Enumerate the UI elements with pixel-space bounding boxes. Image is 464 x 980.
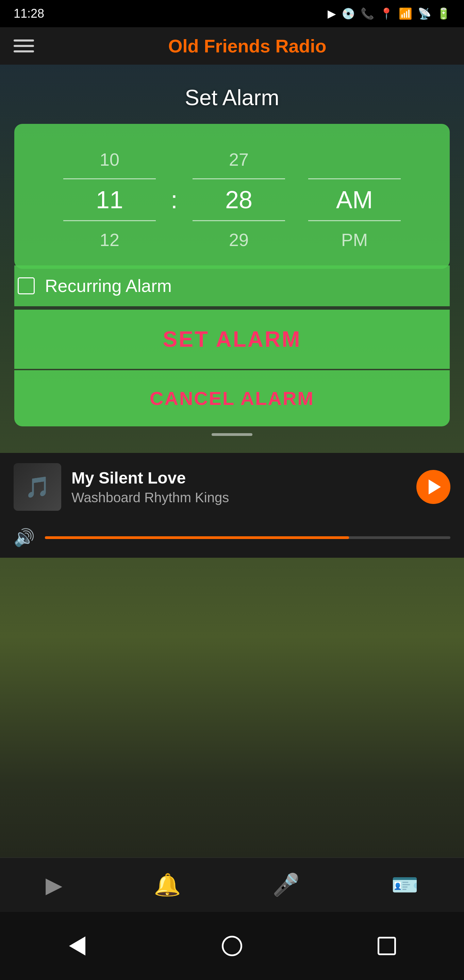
phone-icon: 📞 xyxy=(361,7,374,20)
now-playing-section: 🎵 My Silent Love Washboard Rhythm Kings xyxy=(0,453,464,521)
period-divider-top xyxy=(308,178,401,179)
period-below: PM xyxy=(341,224,368,255)
minute-divider-top xyxy=(192,178,285,179)
nav-mic-icon: 🎤 xyxy=(272,872,300,898)
system-home-button[interactable] xyxy=(218,932,246,959)
period-picker[interactable]: AM PM xyxy=(297,144,412,255)
album-art-inner: 🎵 xyxy=(14,463,61,511)
minute-selected[interactable]: 28 xyxy=(225,183,253,217)
status-icons: ▶ 💿 📞 📍 📶 📡 🔋 xyxy=(327,7,450,20)
recent-icon xyxy=(378,937,396,955)
track-info: My Silent Love Washboard Rhythm Kings xyxy=(72,469,406,505)
hamburger-menu-button[interactable] xyxy=(14,40,34,52)
page-title: Set Alarm xyxy=(185,85,279,110)
volume-section: 🔊 xyxy=(0,521,464,558)
wifi-icon: 📶 xyxy=(399,7,412,20)
status-bar: 11:28 ▶ 💿 📞 📍 📶 📡 🔋 xyxy=(0,0,464,27)
play-status-icon: ▶ xyxy=(327,7,336,20)
minute-picker[interactable]: 27 28 29 xyxy=(181,144,297,255)
home-icon xyxy=(222,936,242,956)
track-artist: Washboard Rhythm Kings xyxy=(72,490,406,505)
hour-divider-top xyxy=(63,178,156,179)
cancel-alarm-button[interactable]: CANCEL ALARM xyxy=(14,370,450,426)
status-time-section: 11:28 xyxy=(14,6,44,21)
play-triangle-icon xyxy=(429,479,441,495)
album-art-icon: 🎵 xyxy=(25,475,50,499)
system-nav-bar xyxy=(0,912,464,980)
period-divider-bottom xyxy=(308,220,401,221)
album-art: 🎵 xyxy=(14,463,61,511)
hour-picker[interactable]: 10 11 12 xyxy=(52,144,167,255)
hour-selected[interactable]: 11 xyxy=(96,183,123,217)
set-alarm-button[interactable]: SET ALARM xyxy=(14,310,450,369)
minute-above: 27 xyxy=(229,144,249,175)
minute-below: 29 xyxy=(229,224,249,255)
system-back-button[interactable] xyxy=(64,932,91,959)
nav-alarm-icon: 🔔 xyxy=(154,872,181,898)
hour-below: 12 xyxy=(100,224,119,255)
cd-icon: 💿 xyxy=(342,7,355,20)
volume-icon: 🔊 xyxy=(14,528,35,547)
toolbar: Old Friends Radio xyxy=(0,27,464,65)
status-time: 11:28 xyxy=(14,6,44,21)
battery-icon: 🔋 xyxy=(437,7,450,20)
nav-play-icon: ▶ xyxy=(46,872,62,898)
track-name: My Silent Love xyxy=(72,469,406,487)
alarm-panel: 10 11 12 : 27 28 29 AM xyxy=(14,124,450,269)
minute-divider-bottom xyxy=(192,220,285,221)
hour-above: 10 xyxy=(100,144,119,175)
period-selected[interactable]: AM xyxy=(336,183,373,217)
app-title: Old Friends Radio xyxy=(44,35,450,56)
recurring-section[interactable]: Recurring Alarm xyxy=(14,266,450,306)
back-icon xyxy=(69,937,86,956)
time-separator: : xyxy=(167,186,181,214)
recurring-checkbox[interactable] xyxy=(18,277,35,294)
recurring-label: Recurring Alarm xyxy=(45,275,172,296)
volume-fill xyxy=(45,536,349,539)
play-button[interactable] xyxy=(416,470,450,504)
time-picker[interactable]: 10 11 12 : 27 28 29 AM xyxy=(28,137,436,262)
bottom-navigation: ▶ 🔔 🎤 🪪 xyxy=(0,858,464,912)
nav-play[interactable]: ▶ xyxy=(35,869,73,901)
volume-track[interactable] xyxy=(45,536,450,539)
scroll-handle xyxy=(211,433,253,436)
nav-mic[interactable]: 🎤 xyxy=(262,869,310,901)
hour-divider-bottom xyxy=(63,220,156,221)
location-icon: 📍 xyxy=(380,7,393,20)
signal-icon: 📡 xyxy=(418,7,431,20)
main-content: Set Alarm 10 11 12 : 27 28 29 xyxy=(0,65,464,443)
nav-card[interactable]: 🪪 xyxy=(381,869,429,901)
nav-card-icon: 🪪 xyxy=(391,872,418,898)
system-recent-button[interactable] xyxy=(373,932,400,959)
nav-alarm[interactable]: 🔔 xyxy=(143,869,191,901)
